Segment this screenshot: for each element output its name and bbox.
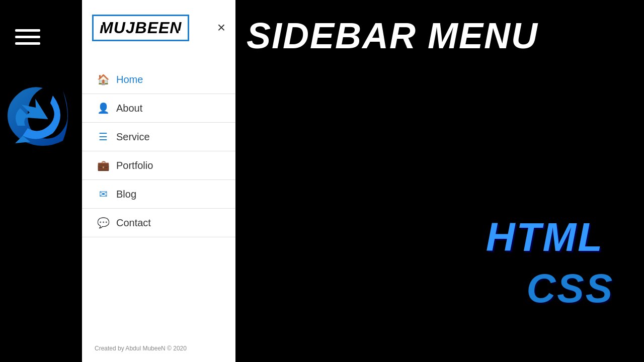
nav-item-blog[interactable]: ✉ Blog: [82, 180, 235, 209]
nav-item-contact[interactable]: 💬 Contact: [82, 209, 235, 237]
css-label: CSS: [527, 265, 614, 312]
nav-menu: 🏠 Home 👤 About ☰ Service 💼 Portfolio ✉ B…: [82, 50, 235, 335]
nav-item-home[interactable]: 🏠 Home: [82, 65, 235, 94]
sidebar-panel: MUJBEEN × 🏠 Home 👤 About ☰ Service 💼 Por…: [82, 0, 235, 362]
nav-label-portfolio: Portfolio: [116, 160, 153, 171]
sidebar-header: MUJBEEN ×: [82, 0, 235, 50]
service-icon: ☰: [97, 131, 109, 143]
portfolio-icon: 💼: [97, 159, 109, 171]
hamburger-button[interactable]: [15, 25, 40, 49]
sidebar-footer: Created by Abdul MubeeN © 2020: [82, 335, 235, 362]
nav-label-blog: Blog: [116, 189, 136, 200]
nav-label-about: About: [116, 103, 142, 114]
nav-label-home: Home: [116, 74, 143, 85]
close-button[interactable]: ×: [217, 21, 225, 35]
nav-label-contact: Contact: [116, 217, 151, 229]
nav-item-service[interactable]: ☰ Service: [82, 123, 235, 151]
hamburger-line-3: [15, 42, 40, 45]
page-title: SIDEBAR MENU: [247, 15, 634, 56]
html-label: HTML: [486, 214, 604, 260]
hamburger-line-2: [15, 36, 40, 38]
nav-item-about[interactable]: 👤 About: [82, 94, 235, 123]
sidebar-logo: MUJBEEN: [92, 15, 189, 41]
logo-container: MUJBEEN: [92, 15, 189, 41]
contact-icon: 💬: [97, 217, 109, 229]
nav-label-service: Service: [116, 131, 150, 143]
hamburger-line-1: [15, 29, 40, 32]
blog-icon: ✉: [97, 188, 109, 200]
about-icon: 👤: [97, 102, 109, 114]
nav-item-portfolio[interactable]: 💼 Portfolio: [82, 151, 235, 180]
tech-labels: HTML CSS: [486, 214, 604, 312]
home-icon: 🏠: [97, 73, 109, 85]
